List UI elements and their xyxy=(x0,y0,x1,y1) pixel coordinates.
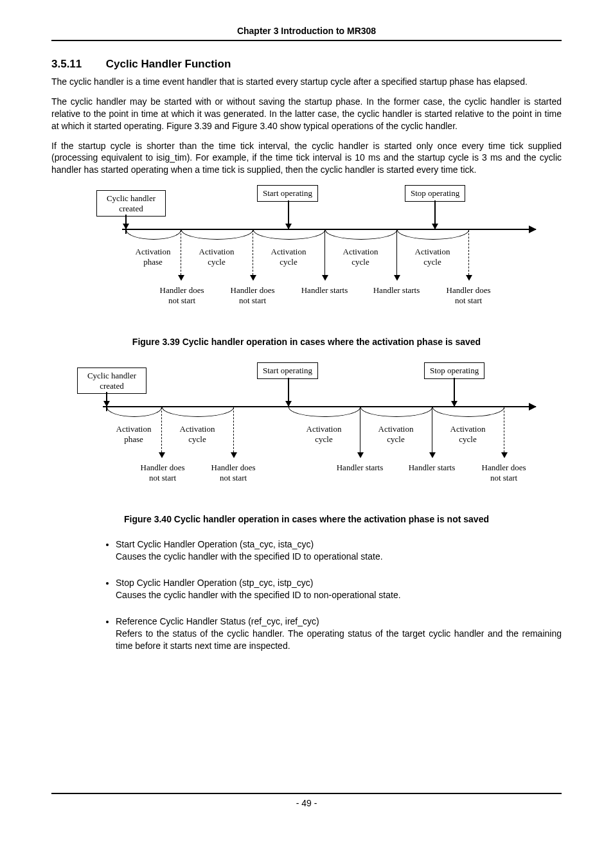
stop-arrow xyxy=(434,200,436,229)
d2-outcome-1: Handler doesnot start xyxy=(135,463,190,483)
d2-dash-1 xyxy=(161,407,162,452)
diagram-2: Cyclic handlercreated Start operating St… xyxy=(77,361,536,509)
outcome-5: Handler doesnot start xyxy=(441,285,496,305)
paragraph-2: The cyclic handler may be started with o… xyxy=(51,96,562,132)
bullet-3-desc: Refers to the status of the cyclic handl… xyxy=(116,628,562,652)
solid-3 xyxy=(324,230,325,275)
d2-outcome-4: Handler starts xyxy=(403,463,461,473)
curve2-cycle-4 xyxy=(432,407,504,417)
bullet-1-desc: Causes the cyclic handler with the speci… xyxy=(116,551,562,563)
figure-3-39-caption: Figure 3.39 Cyclic handler operation in … xyxy=(51,337,562,347)
created-box-2: Cyclic handlercreated xyxy=(77,368,147,394)
section-heading: 3.5.11 Cyclic Handler Function xyxy=(51,58,562,71)
page-footer: - 49 - xyxy=(51,793,562,808)
outcome-1: Handler doesnot start xyxy=(154,285,209,305)
bullet-3-title: Reference Cyclic Handler Status (ref_cyc… xyxy=(116,616,319,626)
start-arrow xyxy=(288,200,289,229)
dash-5 xyxy=(468,230,469,275)
curve-cycle-2 xyxy=(253,230,325,240)
bullet-3: Reference Cyclic Handler Status (ref_cyc… xyxy=(116,616,562,652)
label-cycle-3: Activationcycle xyxy=(325,247,396,267)
curve-cycle-1 xyxy=(181,230,253,240)
label2-cycle-3: Activationcycle xyxy=(360,424,431,444)
stop-operating-box-2: Stop operating xyxy=(424,362,484,379)
figure-3-40-caption: Figure 3.40 Cyclic handler operation in … xyxy=(51,514,562,524)
start-operating-box-2: Start operating xyxy=(257,362,318,379)
paragraph-3: If the startup cycle is shorter than the… xyxy=(51,140,562,177)
d2-dash-5 xyxy=(504,407,504,452)
curve2-phase xyxy=(107,407,162,417)
section-title: Cyclic Handler Function xyxy=(106,58,231,70)
outcome-4: Handler starts xyxy=(368,285,425,296)
d2-solid-3 xyxy=(360,407,360,452)
label2-cycle-2: Activationcycle xyxy=(289,424,359,444)
start-operating-box: Start operating xyxy=(257,185,318,202)
bullet-list: Start Cyclic Handler Operation (sta_cyc,… xyxy=(116,538,562,651)
bullet-2: Stop Cyclic Handler Operation (stp_cyc, … xyxy=(116,577,562,601)
outcome-2: Handler doesnot start xyxy=(225,285,280,305)
dash-1 xyxy=(181,230,181,275)
bullet-1-title: Start Cyclic Handler Operation (sta_cyc,… xyxy=(116,539,314,549)
curve2-cycle-2 xyxy=(289,407,360,417)
d2-outcome-3: Handler starts xyxy=(331,463,389,473)
bullet-1: Start Cyclic Handler Operation (sta_cyc,… xyxy=(116,538,562,563)
dash-1-head xyxy=(178,275,184,281)
d2-dash-2 xyxy=(233,407,234,452)
stop-operating-box: Stop operating xyxy=(405,185,465,202)
d2-solid-3-head xyxy=(357,452,364,458)
solid-4-head xyxy=(394,275,400,281)
d2-dash-5-head xyxy=(501,452,508,458)
d2-outcome-5: Handler doesnot start xyxy=(476,463,531,483)
stop-arrow-2 xyxy=(454,378,455,406)
created-box: Cyclic handlercreated xyxy=(96,190,166,217)
label2-cycle-1: Activationcycle xyxy=(162,424,233,444)
chapter-header: Chapter 3 Introduction to MR308 xyxy=(51,26,562,41)
dash-2 xyxy=(253,230,253,275)
label2-cycle-4: Activationcycle xyxy=(432,424,503,444)
start-arrow-2 xyxy=(288,378,289,406)
curve2-cycle-1 xyxy=(162,407,234,417)
d2-outcome-2: Handler doesnot start xyxy=(206,463,261,483)
curve-phase xyxy=(126,230,181,240)
paragraph-1: The cyclic handler is a time event handl… xyxy=(51,76,562,88)
curve-cycle-4 xyxy=(397,230,469,240)
figure-3-39: Cyclic handlercreated Start operating St… xyxy=(77,184,536,332)
d2-solid-4-head xyxy=(429,452,436,458)
figure-3-40: Cyclic handlercreated Start operating St… xyxy=(77,361,536,509)
bullet-2-desc: Causes the cyclic handler with the speci… xyxy=(116,589,562,601)
label2-phase: Activationphase xyxy=(106,424,161,444)
curve2-cycle-3 xyxy=(360,407,432,417)
section-number: 3.5.11 xyxy=(51,58,103,71)
solid-3-head xyxy=(322,275,328,281)
d2-solid-4 xyxy=(432,407,432,452)
dash-2-head xyxy=(250,275,256,281)
solid-4 xyxy=(396,230,397,275)
label-phase: Activationphase xyxy=(125,247,181,267)
label-cycle-2: Activationcycle xyxy=(253,247,324,267)
curve-cycle-3 xyxy=(325,230,397,240)
d2-dash-2-head xyxy=(231,452,237,458)
label-cycle-1: Activationcycle xyxy=(181,247,252,267)
diagram-1: Cyclic handlercreated Start operating St… xyxy=(77,184,536,332)
label-cycle-4: Activationcycle xyxy=(397,247,468,267)
bullet-2-title: Stop Cyclic Handler Operation (stp_cyc, … xyxy=(116,578,313,588)
d2-dash-1-head xyxy=(159,452,165,458)
dash-5-head xyxy=(466,275,472,281)
outcome-3: Handler starts xyxy=(296,285,353,296)
